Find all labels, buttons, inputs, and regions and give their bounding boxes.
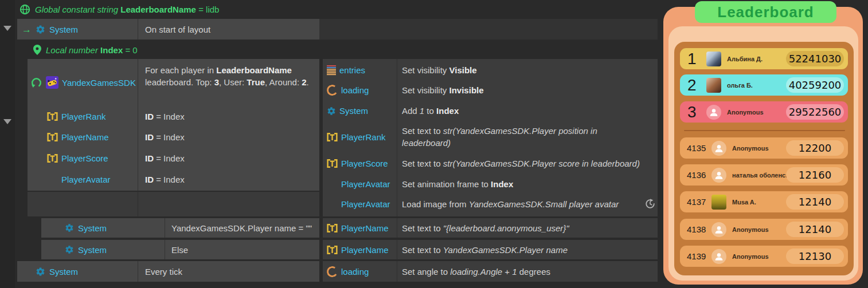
event-everytick-actions[interactable]: loading Set angle to loading.Angle + 1 d… bbox=[323, 261, 658, 282]
subevent-anon-actions[interactable]: PlayerName Set text to "{leaderboard.ano… bbox=[323, 218, 658, 238]
leaderboard-divider bbox=[684, 130, 845, 131]
object-label: PlayerRank bbox=[341, 132, 386, 142]
event-foreach-actions[interactable]: entries Set visibility Visible loading S… bbox=[323, 59, 658, 216]
condition-row-playername[interactable]: PlayerName bbox=[47, 131, 109, 143]
object-label: PlayerRank bbox=[61, 112, 106, 121]
condition-text: On start of layout bbox=[145, 23, 210, 35]
action-row-playerrank[interactable]: PlayerRank bbox=[327, 131, 386, 143]
action-row-loading-angle[interactable]: loading bbox=[327, 261, 369, 282]
anonymous-avatar-icon bbox=[711, 249, 726, 264]
rank-label: 1 bbox=[687, 48, 702, 69]
avatar bbox=[706, 52, 721, 66]
gear-icon bbox=[65, 245, 74, 254]
anonymous-avatar-icon bbox=[711, 141, 726, 156]
action-row-system-add[interactable]: System bbox=[327, 105, 368, 117]
globe-icon bbox=[19, 4, 30, 15]
local-variable-text: Local number Index = 0 bbox=[46, 45, 138, 55]
collapse-arrow-icon[interactable] bbox=[3, 119, 11, 124]
leaderboard-row-4138[interactable]: 4138 Anonymous 12140 bbox=[680, 219, 848, 240]
action-text: Set visibility Invisible bbox=[402, 84, 657, 96]
loading-object-icon bbox=[326, 84, 338, 96]
subevent-anon-condition[interactable]: System YandexGamesSDK.Player name = "" bbox=[41, 218, 319, 238]
anonymous-avatar-icon bbox=[711, 222, 726, 237]
action-row-playeravatar-load[interactable]: PlayerAvatar bbox=[341, 198, 390, 210]
condition-text: ID = Index bbox=[145, 111, 185, 123]
action-text: Set animation frame to Index bbox=[402, 178, 657, 190]
leaderboard-row-3[interactable]: 3 Anonymous 29522560 bbox=[680, 101, 848, 123]
leaderboard-row-4136[interactable]: 4136 наталья оболенская 12160 bbox=[680, 164, 848, 186]
score-badge: 12160 bbox=[786, 167, 844, 183]
event-on-start-actions-empty[interactable] bbox=[319, 19, 658, 40]
condition-text: YandexGamesSDK.Player name = "" bbox=[171, 222, 312, 234]
action-text: Load image from YandexGamesSDK.Small pla… bbox=[402, 198, 657, 210]
global-variable-row[interactable]: Global constant string LeaderboardName =… bbox=[19, 2, 219, 16]
event-everytick-condition[interactable]: System Every tick bbox=[17, 261, 319, 282]
object-label: System bbox=[49, 267, 78, 277]
action-row-playername-anon[interactable]: PlayerName bbox=[327, 218, 389, 238]
text-object-icon bbox=[327, 159, 338, 168]
text-object-icon bbox=[47, 112, 58, 121]
anonymous-avatar-icon bbox=[706, 105, 721, 120]
global-variable-text: Global constant string LeaderboardName =… bbox=[35, 5, 219, 14]
leaderboard-row-1[interactable]: 1 Альбина Д. 52241030 bbox=[680, 48, 848, 69]
subevent-else-condition[interactable]: System Else bbox=[41, 240, 319, 259]
event-foreach-condition-footer[interactable] bbox=[28, 192, 319, 216]
score-badge: 12140 bbox=[786, 194, 844, 210]
local-variable-row[interactable]: Local number Index = 0 bbox=[33, 44, 138, 56]
score-badge: 40259200 bbox=[786, 77, 844, 93]
object-label: loading bbox=[341, 267, 369, 277]
gear-icon bbox=[36, 267, 45, 277]
leaderboard-row-4139[interactable]: 4139 Anonymous 12130 bbox=[680, 246, 848, 267]
condition-text: ID = Index bbox=[145, 173, 185, 186]
leaderboard-row-4135[interactable]: 4135 Anonymous 12200 bbox=[680, 137, 848, 159]
leaderboard-row-2[interactable]: 2 ольга Б. 40259200 bbox=[680, 74, 848, 96]
action-row-playeravatar-frame[interactable]: PlayerAvatar bbox=[341, 178, 390, 190]
score-badge: 29522560 bbox=[786, 104, 844, 120]
action-text: Set text to str(YandexGamesSDK.Player sc… bbox=[402, 157, 666, 169]
object-label: PlayerAvatar bbox=[341, 179, 390, 189]
object-label: PlayerName bbox=[61, 132, 109, 142]
yandex-games-sdk-icon bbox=[46, 76, 58, 89]
condition-row-playeravatar[interactable]: PlayerAvatar bbox=[61, 173, 111, 186]
text-object-icon bbox=[327, 132, 338, 142]
object-label: PlayerScore bbox=[341, 159, 388, 168]
object-label: entries bbox=[339, 65, 365, 75]
action-text: Set text to YandexGamesSDK.Player name bbox=[402, 244, 657, 256]
rank-label: 4137 bbox=[687, 197, 707, 207]
action-row-playername-else[interactable]: PlayerName bbox=[327, 240, 389, 259]
object-label: PlayerAvatar bbox=[61, 175, 111, 184]
object-label: PlayerScore bbox=[61, 153, 108, 163]
object-label: System bbox=[78, 223, 107, 233]
entries-list-icon bbox=[327, 65, 336, 76]
gear-icon bbox=[65, 223, 74, 232]
loop-icon bbox=[30, 77, 42, 89]
action-row-playerscore[interactable]: PlayerScore bbox=[327, 157, 388, 169]
player-name: Anonymous bbox=[727, 109, 764, 116]
object-label: PlayerName bbox=[341, 245, 389, 255]
leaderboard-row-4137[interactable]: 4137 Musa A. 12140 bbox=[680, 191, 848, 212]
action-row-loading[interactable]: loading bbox=[327, 84, 369, 96]
condition-row-yandexsdk[interactable]: YandexGamesSDK bbox=[30, 74, 136, 90]
object-label: YandexGamesSDK bbox=[62, 78, 136, 88]
construct-event-sheet-screen: Global constant string LeaderboardName =… bbox=[0, 0, 868, 288]
condition-row-playerscore[interactable]: PlayerScore bbox=[47, 152, 108, 164]
score-badge: 12130 bbox=[786, 248, 844, 264]
event-foreach-condition[interactable]: YandexGamesSDK For each player in Leader… bbox=[28, 59, 319, 191]
rank-label: 4139 bbox=[687, 251, 707, 261]
object-label: System bbox=[78, 245, 107, 255]
condition-text: ID = Index bbox=[145, 131, 185, 143]
pin-icon bbox=[33, 45, 41, 55]
rank-label: 3 bbox=[687, 101, 702, 123]
player-name: ольга Б. bbox=[727, 82, 753, 89]
collapse-arrow-icon[interactable] bbox=[3, 26, 11, 31]
action-text: Set text to "{leaderboard.anonymous_user… bbox=[402, 222, 657, 234]
condition-text: Every tick bbox=[145, 266, 182, 278]
event-on-start-condition[interactable]: → System On start of layout bbox=[17, 19, 319, 40]
gear-icon bbox=[36, 25, 45, 34]
condition-row-playerrank[interactable]: PlayerRank bbox=[47, 110, 106, 123]
player-name: Anonymous bbox=[732, 253, 769, 260]
subevent-else-actions[interactable]: PlayerName Set text to YandexGamesSDK.Pl… bbox=[323, 240, 658, 259]
rank-label: 2 bbox=[687, 74, 702, 96]
action-row-entries[interactable]: entries bbox=[327, 64, 365, 76]
object-label: System bbox=[339, 106, 368, 116]
